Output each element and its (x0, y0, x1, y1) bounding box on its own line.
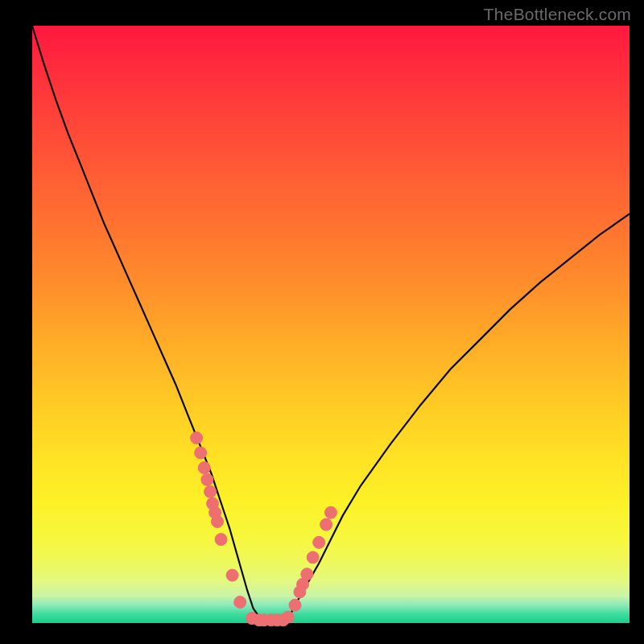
bottleneck-curve (32, 26, 630, 620)
data-dot (215, 534, 227, 546)
data-dot (282, 611, 294, 623)
data-dot (320, 518, 332, 530)
data-dot (204, 485, 217, 497)
watermark-text: TheBottleneck.com (484, 5, 631, 24)
data-dot (198, 462, 210, 474)
data-dot (307, 551, 319, 564)
data-dot (201, 473, 213, 485)
data-dot (301, 568, 313, 580)
data-dots-group (191, 432, 337, 626)
data-dot (313, 536, 325, 548)
chart-frame: TheBottleneck.com (0, 0, 644, 644)
data-dot (212, 515, 224, 527)
data-dot (325, 506, 337, 518)
data-dot (226, 569, 238, 581)
data-dot (195, 447, 207, 459)
plot-area (32, 26, 630, 623)
data-dot (289, 599, 301, 611)
bottleneck-curve-svg (32, 26, 630, 623)
data-dot (234, 597, 246, 609)
data-dot (191, 432, 203, 444)
